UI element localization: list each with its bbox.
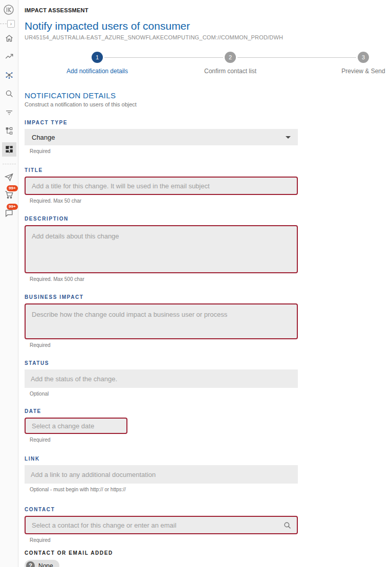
main-content: IMPACT ASSESSMENT Notify impacted users … — [18, 0, 392, 567]
link-group: LINK Optional - must begin with http:// … — [25, 456, 386, 492]
sidebar-nav: 99+ 99+ — [0, 32, 18, 221]
stepper: 1 Add notification details 2 Confirm con… — [25, 52, 386, 75]
object-path: UR45154_AUSTRALIA-EAST_AZURE_SNOWFLAKECO… — [25, 34, 386, 40]
logo-icon — [3, 4, 14, 15]
business-impact-helper: Required — [30, 342, 386, 348]
chat-badge: 99+ — [7, 204, 18, 210]
sidebar-item-impact-assessment[interactable] — [2, 142, 16, 157]
impact-type-label: IMPACT TYPE — [25, 120, 386, 125]
title-input[interactable] — [25, 177, 298, 195]
link-label: LINK — [25, 456, 386, 462]
status-helper: Optional — [30, 391, 386, 397]
step-3-preview-send[interactable]: 3 Preview & Send — [307, 52, 392, 75]
contact-helper: Required — [30, 537, 386, 543]
divider — [0, 24, 7, 24]
description-group: DESCRIPTION Required. Max 500 char — [25, 216, 386, 282]
sidebar-item-chat[interactable]: 99+ — [2, 207, 16, 221]
title-group: TITLE Required. Max 50 char — [25, 167, 386, 204]
step-1-add-notification-details[interactable]: 1 Add notification details — [41, 52, 154, 75]
contact-added-label: CONTACT OR EMAIL ADDED — [25, 550, 386, 556]
page-title: Notify impacted users of consumer — [25, 20, 386, 32]
impact-type-select[interactable]: Change — [25, 129, 298, 145]
none-chip-label: None — [38, 562, 53, 567]
hierarchy-icon — [5, 126, 14, 135]
status-group: STATUS Optional — [25, 360, 386, 397]
cart-badge: 99+ — [7, 185, 18, 191]
date-group: DATE Required — [25, 408, 386, 443]
search-icon — [283, 521, 292, 530]
app-logo[interactable] — [3, 4, 14, 15]
date-helper: Required — [30, 437, 386, 443]
sidebar-item-home[interactable] — [2, 32, 16, 45]
step-2-circle: 2 — [225, 52, 236, 63]
section-heading: NOTIFICATION DETAILS — [25, 91, 386, 100]
step-2-confirm-contact-list[interactable]: 2 Confirm contact list — [174, 52, 287, 75]
step-2-label: Confirm contact list — [174, 68, 287, 75]
impact-type-helper: Required — [30, 148, 386, 154]
chevron-down-icon — [286, 136, 291, 139]
network-icon — [5, 71, 14, 80]
sidebar-item-search[interactable] — [2, 87, 16, 100]
impact-type-group: IMPACT TYPE Change Required — [25, 120, 386, 154]
search-icon — [5, 89, 14, 98]
none-chip[interactable]: ? None — [25, 560, 59, 567]
sidebar-expand-button[interactable]: › — [7, 20, 15, 28]
business-impact-group: BUSINESS IMPACT Required — [25, 294, 386, 348]
business-impact-label: BUSINESS IMPACT — [25, 294, 386, 300]
breadcrumb: IMPACT ASSESSMENT — [25, 7, 386, 13]
title-helper: Required. Max 50 char — [30, 198, 386, 204]
impact-type-value: Change — [32, 134, 55, 141]
home-icon — [5, 34, 14, 43]
description-label: DESCRIPTION — [25, 216, 386, 222]
description-textarea[interactable] — [25, 225, 298, 273]
send-icon — [4, 172, 14, 182]
section-subheading: Construct a notification to users of thi… — [25, 101, 386, 107]
date-label: DATE — [25, 408, 386, 414]
contact-search-field — [25, 516, 298, 534]
status-label: STATUS — [25, 360, 386, 366]
sidebar: › — [0, 0, 18, 567]
filter-icon — [5, 107, 14, 117]
contact-input[interactable] — [26, 517, 283, 533]
apps-icon — [5, 145, 14, 154]
help-icon: ? — [26, 561, 35, 567]
description-helper: Required. Max 500 char — [30, 276, 386, 282]
sidebar-item-lineage[interactable] — [2, 69, 16, 82]
sidebar-item-filter[interactable] — [2, 105, 16, 119]
step-3-circle: 3 — [358, 52, 369, 63]
sidebar-item-send[interactable] — [2, 170, 16, 184]
step-1-circle: 1 — [92, 52, 103, 63]
sidebar-divider — [3, 164, 16, 164]
trending-icon — [5, 52, 14, 61]
step-3-label: Preview & Send — [307, 68, 392, 75]
link-helper: Optional - must begin with http:// or ht… — [30, 487, 386, 492]
title-label: TITLE — [25, 167, 386, 173]
sidebar-item-trends[interactable] — [2, 50, 16, 63]
business-impact-textarea[interactable] — [25, 303, 298, 339]
contact-added-group: CONTACT OR EMAIL ADDED ? None — [25, 550, 386, 567]
date-input[interactable] — [25, 418, 127, 434]
contact-label: CONTACT — [25, 507, 386, 512]
sidebar-item-cart[interactable]: 99+ — [2, 189, 16, 202]
contact-group: CONTACT Required — [25, 507, 386, 543]
link-input[interactable] — [25, 465, 298, 484]
sidebar-item-hierarchy[interactable] — [2, 124, 16, 137]
step-1-label: Add notification details — [41, 68, 154, 75]
status-input[interactable] — [25, 369, 298, 388]
